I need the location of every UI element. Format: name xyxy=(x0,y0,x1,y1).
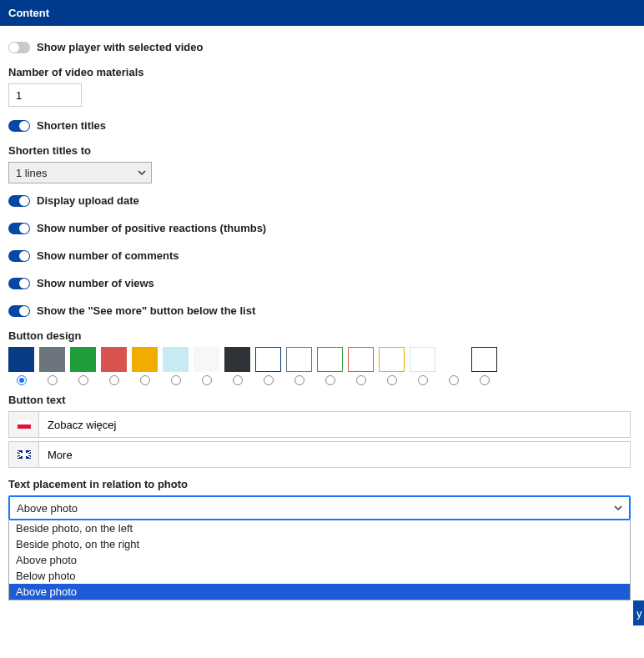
color-swatch[interactable] xyxy=(101,347,127,372)
toggle-label: Show the "See more" button below the lis… xyxy=(37,304,255,317)
dropdown-option[interactable]: Beside photo, on the left xyxy=(9,520,630,536)
color-radio[interactable] xyxy=(48,375,58,385)
num-materials-input[interactable] xyxy=(8,83,82,107)
toggle-display-upload-date[interactable] xyxy=(8,195,30,207)
panel-header: Content xyxy=(0,0,644,26)
button-text-input-pl[interactable] xyxy=(38,411,631,438)
color-radio[interactable] xyxy=(418,375,428,385)
toggle-row-shorten-titles: Shorten titles xyxy=(8,112,636,139)
toggle-row-views: Show number of views xyxy=(8,269,636,297)
color-radio[interactable] xyxy=(17,375,27,385)
color-radio[interactable] xyxy=(449,375,459,385)
shorten-to-label: Shorten titles to xyxy=(8,144,636,157)
button-text-row-pl xyxy=(8,411,631,438)
select-value: 1 lines xyxy=(16,167,48,179)
bottom-edge: y xyxy=(0,600,644,625)
num-materials-label: Namber of video materials xyxy=(8,66,636,78)
toggle-label: Show player with selected video xyxy=(37,41,203,53)
toggle-show-see-more[interactable] xyxy=(8,305,30,317)
toggle-show-comments[interactable] xyxy=(8,250,30,262)
color-swatch[interactable] xyxy=(224,347,250,372)
toggle-show-views[interactable] xyxy=(8,278,30,289)
color-swatch[interactable] xyxy=(471,347,497,372)
toggle-row-show-player: Show player with selected video xyxy=(8,33,636,61)
text-placement-label: Text placement in relation to photo xyxy=(8,478,636,490)
color-swatch[interactable] xyxy=(132,347,158,372)
dropdown-option[interactable]: Beside photo, on the right xyxy=(9,536,630,552)
color-radio[interactable] xyxy=(233,375,243,385)
toggle-show-thumbs[interactable] xyxy=(8,223,30,234)
color-swatch[interactable] xyxy=(255,347,281,372)
bottom-peek-button[interactable]: y xyxy=(633,600,644,625)
color-radio[interactable] xyxy=(294,375,304,385)
color-swatch[interactable] xyxy=(440,347,466,372)
toggle-show-player[interactable] xyxy=(8,42,30,53)
button-text-row-en xyxy=(8,441,631,468)
color-swatch[interactable] xyxy=(286,347,312,372)
button-text-input-en[interactable] xyxy=(38,441,631,468)
color-radio[interactable] xyxy=(78,375,88,385)
color-swatch[interactable] xyxy=(348,347,374,372)
button-design-swatches xyxy=(8,347,636,372)
toggle-label: Show number of views xyxy=(37,277,154,289)
toggle-row-thumbs: Show number of positive reactions (thumb… xyxy=(8,214,636,242)
color-swatch[interactable] xyxy=(194,347,219,372)
color-radio[interactable] xyxy=(264,375,274,385)
flag-cell xyxy=(8,441,38,468)
color-swatch[interactable] xyxy=(410,347,435,372)
shorten-to-select[interactable]: 1 lines xyxy=(8,162,152,183)
button-design-label: Button design xyxy=(8,329,636,342)
color-swatch[interactable] xyxy=(70,347,96,372)
toggle-label: Display upload date xyxy=(37,194,139,207)
toggle-row-comments: Show number of comments xyxy=(8,242,636,269)
color-swatch[interactable] xyxy=(39,347,65,372)
flag-pl-icon xyxy=(18,420,31,429)
select-value: Above photo xyxy=(17,502,78,515)
panel-title: Content xyxy=(8,7,49,19)
text-placement-dropdown: Beside photo, on the leftBeside photo, o… xyxy=(8,520,631,600)
button-text-label: Button text xyxy=(8,394,636,406)
color-radio[interactable] xyxy=(109,375,119,385)
color-radio[interactable] xyxy=(202,375,212,385)
toggle-shorten-titles[interactable] xyxy=(8,120,30,132)
toggle-row-see-more: Show the "See more" button below the lis… xyxy=(8,297,636,324)
text-placement-select[interactable]: Above photo xyxy=(8,495,631,520)
toggle-label: Shorten titles xyxy=(37,119,106,132)
button-design-radios xyxy=(8,375,636,385)
chevron-down-icon xyxy=(614,504,622,512)
color-radio[interactable] xyxy=(325,375,335,385)
toggle-row-upload-date: Display upload date xyxy=(8,187,636,214)
dropdown-option[interactable]: Below photo xyxy=(9,568,630,584)
color-swatch[interactable] xyxy=(8,347,34,372)
color-radio[interactable] xyxy=(387,375,397,385)
color-radio[interactable] xyxy=(356,375,366,385)
color-radio[interactable] xyxy=(140,375,150,385)
dropdown-option[interactable]: Above photo xyxy=(9,584,630,600)
flag-cell xyxy=(8,411,38,438)
flag-uk-icon xyxy=(18,450,31,459)
dropdown-option[interactable]: Above photo xyxy=(9,552,630,568)
toggle-label: Show number of positive reactions (thumb… xyxy=(37,222,266,234)
color-swatch[interactable] xyxy=(317,347,343,372)
color-radio[interactable] xyxy=(171,375,181,385)
color-radio[interactable] xyxy=(480,375,490,385)
toggle-label: Show number of comments xyxy=(37,249,179,262)
chevron-down-icon xyxy=(138,168,146,177)
color-swatch[interactable] xyxy=(379,347,405,372)
panel-body: Show player with selected video Namber o… xyxy=(0,26,644,600)
color-swatch[interactable] xyxy=(163,347,189,372)
